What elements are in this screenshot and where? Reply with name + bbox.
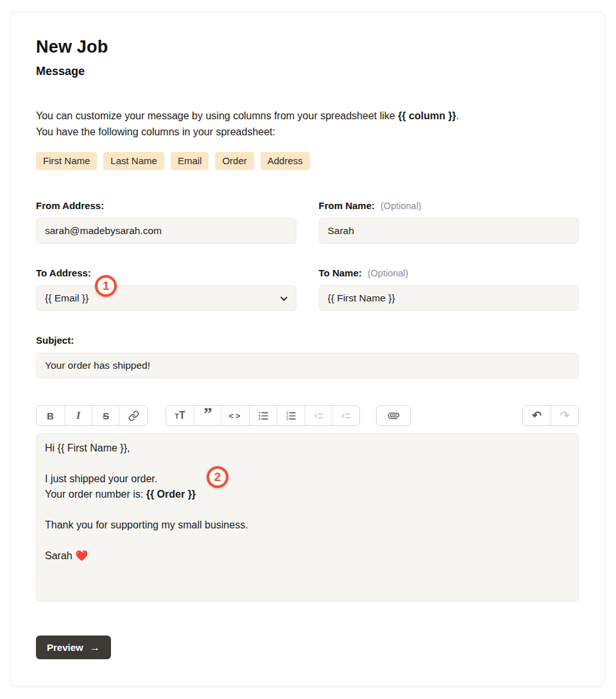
svg-text:3: 3: [286, 417, 287, 421]
text-style-group: B I S: [36, 405, 148, 426]
from-name-optional-note: (Optional): [381, 201, 422, 211]
strikethrough-icon: S: [103, 410, 109, 421]
message-body-editor[interactable]: Hi {{ First Name }}, I just shipped your…: [36, 434, 579, 602]
subject-input[interactable]: [36, 353, 579, 378]
from-address-field: From Address:: [36, 200, 296, 244]
intro-line-2: You have the following columns in your s…: [36, 124, 579, 140]
heart-emoji: ❤️: [75, 550, 88, 561]
heading-icon: TT: [175, 410, 185, 421]
to-name-field: To Name: (Optional): [319, 267, 579, 311]
intro-text: You can customize your message by using …: [36, 108, 579, 140]
column-pill-first-name: First Name: [36, 152, 97, 170]
new-job-card: New Job Message You can customize your m…: [10, 12, 605, 687]
to-name-label: To Name:: [319, 267, 362, 278]
blockquote-icon: ”: [203, 410, 212, 421]
paperclip-icon: [386, 408, 401, 423]
link-icon: [128, 410, 139, 421]
message-line: I just shipped your order.: [45, 471, 570, 487]
from-name-label: From Name:: [319, 200, 375, 211]
order-token: {{ Order }}: [146, 489, 196, 500]
to-address-select[interactable]: {{ Email }}: [36, 285, 296, 311]
signature-text: Sarah: [45, 550, 75, 561]
message-line: Sarah ❤️: [45, 548, 570, 564]
to-name-input[interactable]: [319, 285, 579, 311]
column-pill-email: Email: [171, 152, 209, 170]
message-line: Hi {{ First Name }},: [45, 441, 570, 456]
column-pill-address: Address: [261, 152, 310, 170]
column-token-example: {{ column }}: [398, 110, 456, 121]
link-button[interactable]: [119, 406, 147, 425]
step-2-badge: 2: [207, 466, 228, 488]
to-name-optional-note: (Optional): [368, 268, 409, 278]
outdent-button[interactable]: [304, 406, 332, 425]
code-button[interactable]: <>: [221, 406, 249, 425]
message-line: Thank you for supporting my small busine…: [45, 518, 570, 533]
column-pill-last-name: Last Name: [103, 152, 164, 170]
bullet-list-icon: [258, 410, 269, 421]
page-subtitle: Message: [36, 65, 579, 78]
redo-button[interactable]: ↷: [551, 406, 578, 425]
strikethrough-button[interactable]: S: [92, 406, 119, 425]
outdent-icon: [313, 410, 324, 421]
heading-button[interactable]: TT: [166, 406, 194, 425]
intro-line-1-period: .: [456, 110, 459, 121]
message-line: Your order number is: {{ Order }}: [45, 487, 570, 502]
undo-button[interactable]: ↶: [523, 406, 551, 425]
order-line-text: Your order number is:: [45, 489, 146, 500]
to-address-selected-value: {{ Email }}: [45, 292, 89, 304]
chevron-down-icon: [279, 294, 289, 303]
italic-button[interactable]: I: [64, 406, 92, 425]
from-address-label: From Address:: [36, 200, 104, 211]
block-format-group: TT ” <> 123: [166, 405, 360, 426]
intro-line-1: You can customize your message by using …: [36, 108, 579, 124]
attachment-group: [376, 405, 411, 426]
preview-button[interactable]: Preview →: [36, 636, 111, 659]
from-address-input[interactable]: [36, 218, 296, 244]
subject-label: Subject:: [36, 335, 74, 346]
blockquote-button[interactable]: ”: [194, 406, 221, 425]
history-group: ↶ ↷: [522, 405, 579, 426]
from-name-input[interactable]: [319, 218, 579, 244]
bold-icon: B: [47, 410, 54, 421]
code-icon: <>: [228, 411, 242, 421]
bold-button[interactable]: B: [37, 406, 64, 425]
attachment-button[interactable]: [377, 406, 410, 425]
undo-icon: ↶: [532, 410, 542, 421]
editor-toolbar: B I S TT ” <> 123: [36, 405, 579, 426]
message-form: From Address: From Name: (Optional) To A…: [36, 200, 579, 404]
to-address-field: To Address: {{ Email }} 1: [36, 267, 296, 311]
to-address-label: To Address:: [36, 267, 91, 278]
intro-line-1-text: You can customize your message by using …: [36, 110, 398, 121]
page-title: New Job: [36, 37, 579, 57]
numbered-list-button[interactable]: 123: [277, 406, 304, 425]
from-name-field: From Name: (Optional): [319, 200, 579, 244]
bullet-list-button[interactable]: [249, 406, 277, 425]
redo-icon: ↷: [560, 410, 569, 421]
column-pills-row: First Name Last Name Email Order Address: [36, 152, 579, 170]
indent-icon: [341, 410, 352, 421]
preview-button-label: Preview: [47, 642, 83, 653]
indent-button[interactable]: [332, 406, 359, 425]
numbered-list-icon: 123: [286, 410, 296, 421]
subject-field: Subject:: [36, 335, 579, 378]
column-pill-order: Order: [215, 152, 253, 170]
italic-icon: I: [76, 410, 80, 421]
arrow-right-icon: →: [90, 642, 100, 653]
step-1-badge: 1: [95, 275, 117, 297]
